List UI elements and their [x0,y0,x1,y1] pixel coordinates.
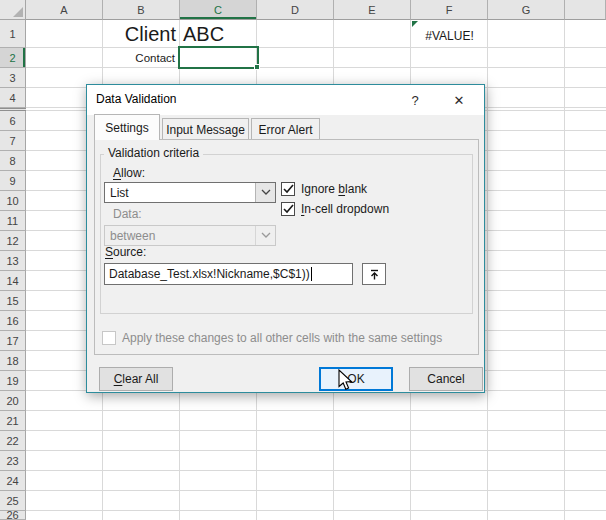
dialog-title: Data Validation [96,92,177,106]
excel-window: ABCDEFG 12346789101112131415161718192021… [0,0,606,520]
row-header-26[interactable]: 26 [0,511,26,520]
allow-value: List [105,186,255,200]
dialog-titlebar[interactable]: Data Validation ? ✕ [87,85,484,115]
column-header-partial[interactable] [565,0,606,20]
column-header-B[interactable]: B [103,0,180,20]
row-header-17[interactable]: 17 [0,331,26,351]
gridline-h [26,430,606,431]
row-header-2[interactable]: 2 [0,48,26,68]
close-icon[interactable]: ✕ [448,90,470,110]
ignore-blank-label: Ignore blank [301,182,367,196]
text-caret [311,267,312,281]
row-header-3[interactable]: 3 [0,68,26,88]
gridline-h [26,490,606,491]
in-cell-dropdown-row: In-cell dropdown [281,202,389,216]
cancel-button[interactable]: Cancel [409,367,483,391]
row-header-14[interactable]: 14 [0,271,26,291]
source-value: Database_Test.xlsx!Nickname,$C$1)) [109,267,310,281]
cell-B2[interactable]: Contact [103,48,179,68]
ok-button[interactable]: OK [319,367,393,391]
row-header-25[interactable]: 25 [0,491,26,511]
chevron-down-icon[interactable] [255,183,275,202]
apply-changes-label: Apply these changes to all other cells w… [122,331,442,345]
hidden-row-divider[interactable] [0,108,26,111]
column-header-G[interactable]: G [488,0,565,20]
chevron-down-icon [255,226,275,245]
fill-handle[interactable] [254,64,260,70]
data-dropdown: between [104,225,276,246]
selected-cell-outline [178,46,259,69]
data-value: between [105,229,255,243]
gridline-h [26,410,606,411]
row-header-21[interactable]: 21 [0,411,26,431]
gridline-h [26,470,606,471]
allow-dropdown[interactable]: List [104,182,276,203]
checkmark-icon [283,204,294,214]
row-header-11[interactable]: 11 [0,211,26,231]
row-header-15[interactable]: 15 [0,291,26,311]
tab-error-alert[interactable]: Error Alert [251,118,320,140]
column-header-E[interactable]: E [334,0,411,20]
cell-B1[interactable]: Client [103,20,179,47]
gridline-h [26,450,606,451]
row-header-7[interactable]: 7 [0,131,26,151]
collapse-dialog-button[interactable] [362,263,386,285]
error-indicator-icon [412,21,418,27]
data-validation-dialog: Data Validation ? ✕ Settings Input Messa… [86,84,485,393]
checkmark-icon [283,184,294,194]
row-header-24[interactable]: 24 [0,471,26,491]
in-cell-dropdown-checkbox[interactable] [281,202,295,216]
ignore-blank-row: Ignore blank [281,182,367,196]
select-all-button[interactable] [0,0,26,20]
collapse-arrow-icon [368,268,381,281]
tab-input-message[interactable]: Input Message [162,118,249,140]
source-label: Source: [105,245,146,259]
cell-F1[interactable]: #VALUE! [411,20,488,47]
row-header-16[interactable]: 16 [0,311,26,331]
in-cell-dropdown-label: In-cell dropdown [301,202,389,216]
row-header-19[interactable]: 19 [0,371,26,391]
row-header-18[interactable]: 18 [0,351,26,371]
apply-changes-checkbox [102,331,116,345]
source-input[interactable]: Database_Test.xlsx!Nickname,$C$1)) [104,263,353,285]
column-header-F[interactable]: F [411,0,488,20]
gridline-h [26,510,606,511]
data-label: Data: [113,207,142,221]
mouse-cursor-icon [338,369,354,393]
allow-label: Allow: [113,166,145,180]
row-header-10[interactable]: 10 [0,191,26,211]
cell-C1[interactable]: ABC [183,20,224,47]
row-header-4[interactable]: 4 [0,88,26,108]
tab-settings[interactable]: Settings [94,114,160,140]
column-header-C[interactable]: C [180,0,257,20]
column-header-D[interactable]: D [257,0,334,20]
select-all-triangle-icon [13,7,23,17]
apply-changes-row: Apply these changes to all other cells w… [102,331,442,345]
validation-criteria-label: Validation criteria [104,146,203,160]
row-header-22[interactable]: 22 [0,431,26,451]
help-icon[interactable]: ? [404,90,426,110]
row-header-1[interactable]: 1 [0,20,26,48]
column-header-A[interactable]: A [26,0,103,20]
ignore-blank-checkbox[interactable] [281,182,295,196]
row-header-6[interactable]: 6 [0,111,26,131]
row-header-13[interactable]: 13 [0,251,26,271]
row-header-23[interactable]: 23 [0,451,26,471]
row-header-20[interactable]: 20 [0,391,26,411]
row-header-9[interactable]: 9 [0,171,26,191]
clear-all-button[interactable]: Clear All [99,367,173,391]
row-header-12[interactable]: 12 [0,231,26,251]
row-header-8[interactable]: 8 [0,151,26,171]
